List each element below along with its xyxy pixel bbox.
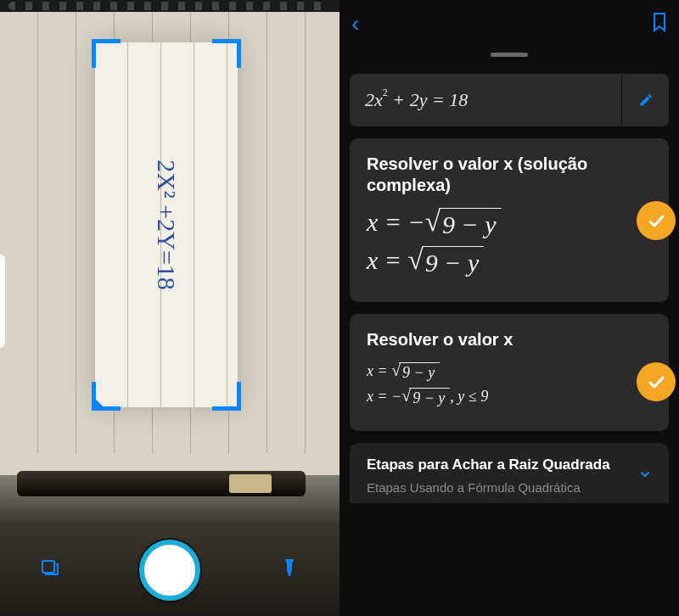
steps-subtitle: Etapas Usando a Fórmula Quadrática [367,480,652,495]
back-button[interactable]: ‹ [351,10,359,37]
solution-line: x = √9 − y [367,362,652,383]
pen-object [17,471,306,496]
steps-title: Etapas para Achar a Raiz Quadrada [367,456,652,473]
camera-controls [0,540,340,601]
solver-content: 2x2 + 2y = 18 Resolver o valor x (soluçã… [340,74,679,503]
sheet-drag-handle[interactable] [491,53,528,57]
chevron-down-icon: ⌄ [637,458,654,482]
crop-handle-top-right[interactable] [212,39,241,68]
handwritten-equation: 2X² +2Y=18 [0,154,340,296]
card-title: Resolver o valor x (solução complexa) [367,154,652,196]
equation-display: 2x2 + 2y = 18 [350,74,621,126]
bookmark-icon[interactable] [652,12,667,36]
shutter-button[interactable] [139,540,200,601]
solution-card-real[interactable]: Resolver o valor x x = √9 − y x = −√9 − … [350,314,669,431]
solver-header: ‹ [340,0,679,48]
check-badge-icon [637,201,676,240]
solution-line: x = −√9 − y [367,208,652,241]
edit-equation-button[interactable] [621,74,669,126]
solution-line: x = √9 − y [367,246,652,279]
notebook-spiral [0,0,340,12]
solution-card-complex[interactable]: Resolver o valor x (solução complexa) x … [350,138,669,302]
crop-handle-bottom-right[interactable] [212,382,241,411]
crop-handle-top-left[interactable] [92,39,121,68]
solution-line: x = −√9 − y, y ≤ 9 [367,388,652,408]
solution-steps-card[interactable]: Etapas para Achar a Raiz Quadrada Etapas… [350,443,669,503]
svg-rect-0 [42,561,54,573]
gallery-icon[interactable] [40,557,60,583]
flashlight-icon[interactable] [279,557,300,583]
camera-viewport: 2X² +2Y=18 [0,0,340,616]
crop-frame[interactable]: 2X² +2Y=18 [95,42,238,407]
solver-panel: ‹ 2x2 + 2y = 18 Resolver o valor x (solu… [340,0,679,616]
check-badge-icon [637,362,676,401]
equation-box: 2x2 + 2y = 18 [350,74,669,126]
card-title: Resolver o valor x [367,329,652,350]
crop-handle-bottom-left[interactable] [92,382,121,411]
